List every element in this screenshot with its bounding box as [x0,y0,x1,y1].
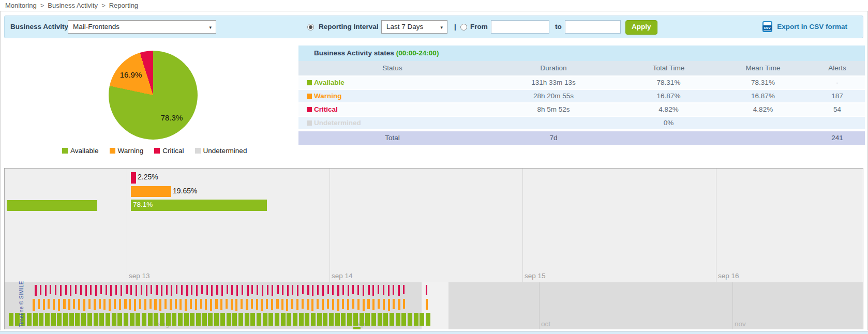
table-row: Warning28h 20m 55s16.87%16.87%187 [298,90,865,103]
event-tick-available [136,313,140,326]
event-tick-available [190,313,194,326]
event-tick-critical [216,285,218,295]
month-event-marker [353,327,361,329]
timeline-day-band[interactable]: sep 13sep 14sep 15sep 162.25%19.65%78.1% [5,169,863,282]
event-tick-warning [88,299,91,309]
event-tick-critical [262,285,263,296]
event-tick-warning [149,299,152,309]
event-tick-critical [236,285,238,296]
event-tick-warning [281,299,283,310]
event-tick-critical [136,285,137,296]
event-tick-available [220,313,225,326]
business-activity-select[interactable]: Mail-Frontends ▾ [68,20,216,34]
legend-swatch [195,148,201,154]
event-tick-critical [171,285,172,296]
event-tick-warning [129,299,131,310]
table-cell: 4.82% [716,103,810,116]
event-tick-warning [291,299,293,309]
event-tick-warning [38,299,40,309]
event-tick-available [75,313,80,326]
table-cell [716,117,810,129]
event-tick-warning [103,299,106,310]
event-tick-critical [426,285,427,295]
status-swatch [307,80,312,85]
legend-swatch [154,148,160,154]
custom-period-radio[interactable] [460,24,467,31]
month-label: nov [735,320,746,328]
status-cell: Undetermined [298,117,486,129]
reporting-interval-radio[interactable] [307,24,314,31]
apply-button[interactable]: Apply [625,20,657,35]
event-tick-warning [195,299,197,310]
event-tick-available [94,313,98,326]
event-tick-critical [40,285,41,295]
event-tick-critical [317,285,319,295]
event-tick-warning [347,299,349,310]
day-gridline [127,169,127,282]
event-tick-warning [215,299,218,309]
event-tick-available [329,313,334,326]
status-cell: Warning [298,90,486,102]
event-tick-critical [166,285,168,295]
event-tick-warning [68,299,70,310]
breadcrumb-link-monitoring[interactable]: Monitoring [5,2,37,9]
event-tick-available [202,313,207,326]
table-cell: 0% [621,117,716,129]
event-tick-critical [106,285,107,295]
timeline-month-band[interactable]: augsepoctnov [5,282,863,329]
event-tick-critical [337,285,339,296]
event-tick-available [293,313,297,326]
event-tick-warning [43,299,45,310]
table-cell: 28h 20m 55s [486,90,621,102]
to-date-input[interactable] [565,20,621,34]
event-tick-critical [130,285,132,295]
event-tick-available [172,313,176,326]
timeline-bar-warning: 19.65% [131,186,171,197]
event-tick-critical [65,285,67,295]
event-tick-critical [277,285,279,294]
event-tick-critical [191,285,192,295]
export-csv-button[interactable]: csv Export in CSV format [762,21,847,34]
table-row: Available131h 33m 13s78.31%78.31%- [298,77,865,90]
breadcrumb-link-reporting[interactable]: Reporting [109,2,138,9]
table-cell: 187 [810,90,865,102]
event-tick-critical [186,285,188,296]
export-csv-label: Export in CSV format [777,23,847,31]
event-tick-warning [367,299,370,309]
pie-data-label: 78.3% [161,113,183,122]
legend-item: Critical [154,147,184,155]
event-tick-warning [83,299,85,311]
from-date-input[interactable] [491,20,549,34]
event-tick-available [414,313,418,326]
pie-graphic [109,51,198,140]
event-tick-critical [363,285,364,296]
day-gridline [522,169,523,282]
event-tick-critical [121,285,122,296]
event-tick-available [87,313,92,326]
event-tick-critical [80,285,82,295]
event-tick-warning [342,299,344,309]
simile-timeline[interactable]: sep 13sep 14sep 15sep 162.25%19.65%78.1%… [4,168,863,329]
interval-select[interactable]: Last 7 Days ▾ [381,20,447,34]
breadcrumb-link-business-activity[interactable]: Business Activity [48,2,98,9]
state-pie-chart: 78.3%16.9% [109,51,198,140]
event-tick-warning [154,299,157,310]
breadcrumb: Monitoring>Business Activity>Reporting [0,0,868,11]
status-swatch [307,120,312,126]
chevron-down-icon: ▾ [209,21,212,34]
event-tick-warning [307,299,309,310]
status-label: Critical [314,105,338,113]
event-tick-critical [126,285,128,294]
event-tick-available [245,313,249,326]
table-cell: 8h 5m 52s [486,103,621,116]
event-tick-critical [141,285,142,295]
event-tick-available [214,313,219,326]
month-gridline [732,282,733,329]
status-label: Available [314,79,345,86]
event-tick-available [396,313,400,326]
event-tick-critical [368,285,370,295]
event-tick-available [323,313,327,326]
event-tick-available [311,313,316,326]
event-tick-available [401,313,406,326]
event-tick-critical [282,285,283,295]
